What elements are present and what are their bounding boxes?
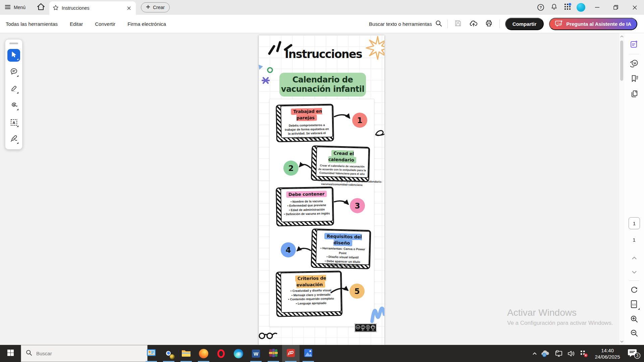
cursor-arrow-icon: [10, 51, 17, 60]
highlight-tool-button[interactable]: [7, 82, 20, 95]
acrobat-icon: [286, 348, 296, 359]
zoom-ratio-button[interactable]: 1:1: [628, 298, 641, 311]
current-page: 1: [633, 221, 636, 226]
card-1-body: Debéis comprometeros a trabajar de forma…: [283, 123, 331, 140]
opera-icon: [217, 349, 225, 358]
taskbar-app-word[interactable]: W: [247, 345, 265, 362]
cc-letter: SA: [372, 329, 375, 331]
bullet-item: Herramientas: Canva o Power Point: [318, 246, 368, 256]
search-tools-button[interactable]: Buscar texto o herramientas: [369, 20, 442, 28]
activation-watermark: Activar Windows Ve a Configuración para …: [507, 307, 613, 326]
panel-drag-handle[interactable]: [9, 43, 18, 44]
zoom-out-icon: [630, 329, 638, 339]
taskbar-app-chrome[interactable]: [160, 345, 177, 362]
cloud-upload-icon: [470, 20, 478, 28]
plus-icon: [146, 5, 150, 10]
svg-text:3: 3: [636, 353, 639, 358]
cloud-upload-button[interactable]: [469, 19, 479, 29]
share-button[interactable]: Compartir: [505, 18, 544, 30]
ai-assistant-panel-button[interactable]: [628, 39, 641, 51]
close-window-button[interactable]: [625, 0, 644, 15]
zoom-out-button[interactable]: [628, 327, 641, 340]
taskbar-app-opera[interactable]: [212, 345, 230, 362]
menu-button[interactable]: Menú: [5, 0, 25, 15]
taskbar-app-edge[interactable]: [230, 345, 247, 362]
notifications-button[interactable]: [547, 0, 561, 15]
start-button[interactable]: [0, 345, 21, 362]
divider: [629, 54, 639, 54]
scroll-up-icon[interactable]: [619, 34, 624, 39]
ai-assistant-button[interactable]: Pregunta al Asistente de IA: [549, 18, 637, 30]
apps-grid-button[interactable]: [561, 0, 574, 15]
bookmark-icon: [630, 74, 639, 84]
app-disconnected-icon[interactable]: [580, 350, 588, 358]
text-select-icon: A: [10, 119, 18, 126]
highlighter-icon: [10, 84, 18, 94]
onedrive-icon[interactable]: [541, 350, 550, 357]
print-button[interactable]: [484, 19, 494, 29]
tray-clock[interactable]: 14:40 24/06/2025: [593, 347, 622, 360]
card-3-heading: Debe contener: [286, 191, 327, 198]
bookmarks-panel-button[interactable]: [628, 73, 641, 85]
svg-text:W: W: [254, 351, 259, 357]
help-button[interactable]: ?: [534, 0, 547, 15]
search-icon: [435, 20, 442, 28]
volume-icon[interactable]: [567, 350, 575, 357]
tray-date: 24/06/2025: [593, 354, 622, 360]
tab-instrucciones[interactable]: Instrucciones: [49, 1, 136, 15]
windows-logo-icon: [7, 350, 14, 357]
next-page-button[interactable]: [628, 266, 641, 279]
page-number-input[interactable]: 1: [629, 217, 640, 229]
taskbar-app-file-explorer[interactable]: [177, 345, 195, 362]
create-button[interactable]: Crear: [141, 2, 170, 12]
fill-sign-tool-button[interactable]: [7, 133, 20, 145]
divider: [499, 19, 500, 28]
taskbar-search[interactable]: [21, 345, 148, 362]
favorite-star-icon[interactable]: [53, 5, 59, 12]
taskbar-search-input[interactable]: [36, 351, 130, 356]
minimize-button[interactable]: [588, 0, 606, 15]
action-center-button[interactable]: 3: [627, 345, 641, 362]
step-number-5: 5: [350, 284, 365, 299]
chrome-badge-overlay: [170, 354, 175, 359]
starburst-doodle: [366, 37, 384, 59]
circle-doodle: [268, 68, 272, 72]
card-4-heading: Requisitos del diseño: [324, 233, 362, 246]
card-1-heading: Trabajad en parejas: [291, 108, 322, 121]
divider: [629, 281, 639, 281]
scroll-down-icon[interactable]: [619, 339, 624, 344]
notification-icon: 3: [627, 348, 641, 359]
previous-page-button[interactable]: [628, 252, 641, 264]
triangle-doodle: [259, 65, 263, 70]
menu-convert[interactable]: Convertir: [95, 21, 115, 27]
bullet-item: Definición de vacuna en inglés: [283, 212, 330, 217]
save-button[interactable]: [453, 19, 463, 29]
taskbar-app-acrobat[interactable]: [282, 345, 300, 362]
taskbar-app-presentation[interactable]: [143, 345, 160, 362]
menu-edit[interactable]: Editar: [70, 21, 83, 27]
comment-tool-button[interactable]: [7, 66, 20, 78]
home-button[interactable]: [36, 2, 46, 12]
select-tool-button[interactable]: [7, 49, 20, 62]
tray-expand-icon[interactable]: [533, 352, 537, 355]
menu-all-tools[interactable]: Todas las herramientas: [6, 21, 58, 27]
taskbar: W 14:40 24/06/2025: [0, 345, 644, 362]
taskbar-app-firefox[interactable]: [195, 345, 212, 362]
document-scrollbar[interactable]: [619, 33, 624, 345]
comments-panel-button[interactable]: [628, 57, 641, 70]
taskbar-app-photos[interactable]: [300, 345, 317, 362]
network-icon[interactable]: [555, 350, 563, 357]
rotate-page-button[interactable]: [628, 284, 641, 297]
tab-close-icon[interactable]: [125, 4, 132, 12]
scrollbar-thumb[interactable]: [620, 41, 623, 81]
acrobat-window: Menú Instrucciones Crear ?: [0, 0, 644, 362]
zoom-in-button[interactable]: [628, 313, 641, 326]
comments-icon: [630, 59, 639, 69]
taskbar-app-winrar[interactable]: [265, 345, 282, 362]
draw-tool-button[interactable]: [7, 99, 20, 112]
menu-esign[interactable]: Firma electrónica: [127, 21, 166, 27]
select-text-tool-button[interactable]: A: [7, 116, 20, 129]
account-button[interactable]: [574, 0, 588, 15]
pages-panel-button[interactable]: [628, 88, 641, 101]
restore-button[interactable]: [606, 0, 625, 15]
